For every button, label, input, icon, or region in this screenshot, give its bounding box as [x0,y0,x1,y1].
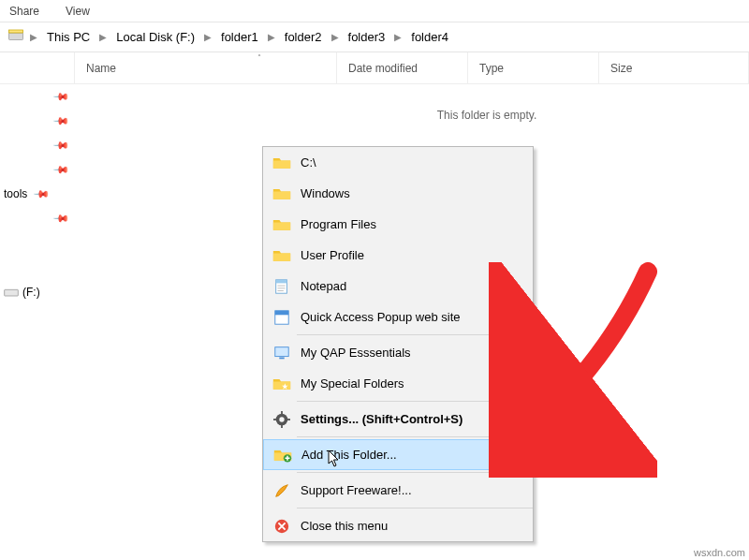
col-type[interactable]: Type [468,52,599,83]
folder-icon [272,184,291,203]
feather-icon [272,481,291,500]
crumb-folder3[interactable]: folder3 [345,28,389,46]
nav-tools[interactable]: tools 📌 [0,182,75,206]
separator [297,472,533,473]
ctx-close[interactable]: Close this menu [263,510,533,541]
ctx-label: Close this menu [301,519,388,533]
crumb-folder2[interactable]: folder2 [281,28,326,46]
watermark: wsxdn.com [694,547,745,558]
svg-rect-15 [281,411,283,415]
svg-rect-18 [286,419,290,420]
nav-drive-label: (F:) [22,286,40,299]
drive-icon [7,27,24,47]
pin-icon: 📌 [51,209,69,227]
ctx-add-folder[interactable]: Add This Folder... [263,439,533,470]
ctx-label: Quick Access Popup web site [301,310,461,324]
crumb-folder1[interactable]: folder1 [217,28,262,46]
crumb-folder4[interactable]: folder4 [407,28,452,46]
ctx-label: Notepad [301,279,346,293]
ctx-label: Windows [301,186,350,200]
separator [297,334,533,335]
chevron-right-icon: ▶ [514,378,521,389]
folder-star-icon [272,375,291,393]
ctx-essentials[interactable]: My QAP Esssentials ▶ [263,337,533,368]
gear-icon [272,410,291,429]
ctx-label: Add This Folder... [301,448,397,462]
chevron-right-icon[interactable]: ▶ [28,32,39,42]
folder-icon [272,215,291,234]
close-icon [272,517,291,536]
notepad-icon [272,277,291,296]
ctx-qap-site[interactable]: Quick Access Popup web site [263,302,533,332]
separator [297,508,533,508]
separator [297,436,533,437]
pin-icon: 📌 [51,160,69,178]
folder-icon [272,154,291,172]
pin-icon: 📌 [51,87,69,105]
ribbon-share[interactable]: Share [9,5,39,18]
svg-rect-17 [273,419,277,420]
ctx-label: Settings... (Shift+Control+S) [301,412,463,426]
breadcrumb[interactable]: ▶ This PC ▶ Local Disk (F:) ▶ folder1 ▶ … [0,22,749,52]
chevron-right-icon[interactable]: ▶ [330,32,341,42]
ctx-c-drive[interactable]: C:\ [263,147,533,178]
chevron-right-icon[interactable]: ▶ [202,32,213,42]
nav-drive-f[interactable]: (F:) [0,277,75,307]
folder-icon [272,246,291,265]
pin-icon: 📌 [33,184,51,202]
folder-add-icon [273,446,292,464]
col-size[interactable]: Size [599,52,749,83]
ctx-notepad[interactable]: Notepad [263,271,533,302]
ctx-label: C:\ [301,155,316,169]
context-menu: C:\ Windows Program Files User Profile N… [262,146,534,542]
ctx-user-profile[interactable]: User Profile [263,240,533,271]
svg-rect-16 [281,424,283,428]
pin-icon: 📌 [51,136,69,154]
svg-rect-1 [9,30,23,33]
ctx-label: My Special Folders [301,376,404,391]
ctx-support[interactable]: Support Freeware!... [263,475,533,506]
column-headers: Name ˄ Date modified Type Size [0,52,749,84]
nav-pinned-item[interactable]: 📌 [0,206,75,230]
col-date[interactable]: Date modified [337,52,468,83]
ctx-label: User Profile [301,248,364,262]
crumb-local-disk[interactable]: Local Disk (F:) [112,28,198,46]
svg-rect-10 [275,346,288,356]
monitor-icon [272,344,291,362]
ctx-label: My QAP Esssentials [301,346,411,360]
nav-pinned-item[interactable]: 📌 [0,133,75,157]
nav-pinned-item[interactable]: 📌 [0,84,75,109]
web-icon [272,308,291,327]
ribbon-tabs: Share View [0,0,749,22]
svg-rect-4 [276,279,287,283]
col-name-label: Name [86,62,116,75]
nav-tools-label: tools [4,187,27,200]
svg-rect-9 [275,310,288,315]
ribbon-view[interactable]: View [66,5,90,18]
ctx-windows[interactable]: Windows [263,178,533,209]
chevron-right-icon: ▶ [514,347,521,358]
sort-indicator-icon: ˄ [257,53,261,62]
chevron-right-icon[interactable]: ▶ [266,32,277,42]
svg-rect-0 [9,33,23,40]
ctx-label: Program Files [301,217,376,231]
crumb-this-pc[interactable]: This PC [43,28,94,46]
ctx-label: Support Freeware!... [301,483,412,497]
ctx-program-files[interactable]: Program Files [263,209,533,240]
empty-folder-msg: This folder is empty. [0,109,749,122]
chevron-right-icon[interactable]: ▶ [97,32,109,42]
ctx-special[interactable]: My Special Folders ▶ [263,368,533,399]
svg-rect-2 [5,289,19,296]
col-name[interactable]: Name ˄ [75,52,337,83]
svg-rect-11 [279,357,284,359]
svg-point-14 [279,417,284,421]
separator [297,401,533,402]
chevron-right-icon[interactable]: ▶ [392,32,404,42]
nav-pinned-item[interactable]: 📌 [0,157,75,182]
ctx-settings[interactable]: Settings... (Shift+Control+S) [263,404,533,435]
